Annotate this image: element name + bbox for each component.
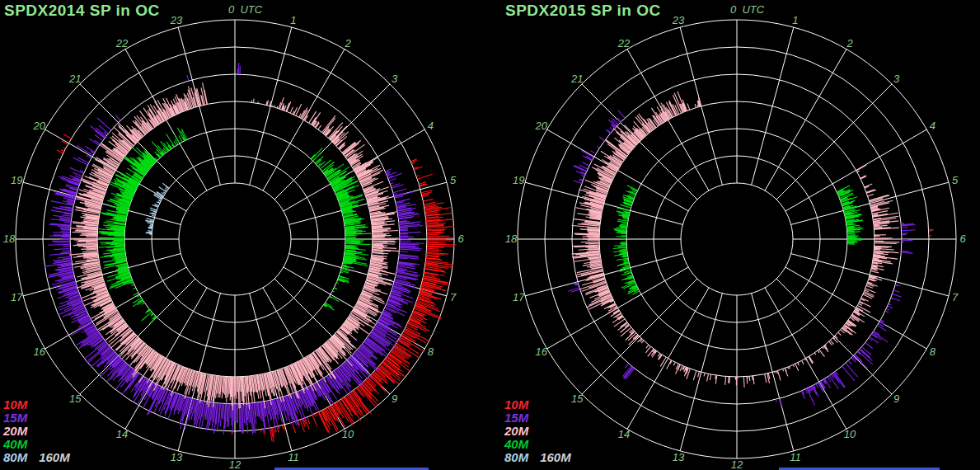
hour-label-11: 11 bbox=[288, 451, 299, 463]
hour-label-20: 20 bbox=[32, 120, 45, 132]
grid-ring bbox=[681, 183, 793, 295]
bands bbox=[568, 92, 934, 407]
legend-item-80m: 80M bbox=[504, 450, 528, 464]
legend-row: 20M bbox=[3, 425, 70, 438]
hour-labels: 0 UTC12345678910111213141516171819202122… bbox=[3, 3, 465, 470]
grid-hour-line bbox=[791, 182, 949, 224]
hour-label-13: 13 bbox=[171, 451, 183, 463]
hour-label-2: 2 bbox=[344, 37, 351, 49]
hour-label-3: 3 bbox=[893, 73, 900, 85]
screen: 0 UTC12345678910111213141516171819202122… bbox=[0, 0, 980, 470]
hour-label-22: 22 bbox=[115, 37, 129, 49]
hour-labels: 0 UTC12345678910111213141516171819202122… bbox=[505, 3, 967, 470]
hour-label-21: 21 bbox=[68, 73, 81, 85]
hour-label-4: 4 bbox=[930, 120, 935, 132]
hour-label-10: 10 bbox=[342, 428, 354, 440]
hour-label-1: 1 bbox=[792, 14, 798, 26]
hour-label-12: 12 bbox=[229, 458, 241, 470]
legend-row: 15M bbox=[3, 411, 70, 425]
legend-right: 10M15M20M40M80M160M bbox=[504, 398, 571, 464]
grid-hour-line bbox=[547, 129, 688, 211]
hour-label-22: 22 bbox=[617, 37, 631, 49]
hour-label-18: 18 bbox=[505, 233, 518, 245]
legend-row: 10M bbox=[504, 398, 571, 411]
legend-item-15m: 15M bbox=[3, 411, 27, 425]
legend-item-40m: 40M bbox=[3, 437, 27, 451]
hour-label-7: 7 bbox=[952, 291, 959, 303]
legend-row: 15M bbox=[504, 411, 571, 425]
grid-hour-line bbox=[765, 49, 846, 190]
hour-label-6: 6 bbox=[457, 233, 464, 245]
legend-item-80m: 80M bbox=[3, 450, 27, 464]
grid-hour-line bbox=[785, 129, 926, 211]
hour-label-19: 19 bbox=[11, 174, 22, 186]
hour-label-23: 23 bbox=[170, 14, 183, 26]
grid-hour-line bbox=[627, 288, 709, 429]
hour-label-10: 10 bbox=[844, 428, 856, 440]
hour-label-8: 8 bbox=[930, 345, 936, 358]
polar-chart-right: 0 UTC12345678910111213141516171819202122… bbox=[505, 3, 967, 470]
grid-hour-line bbox=[765, 288, 846, 429]
legend-item-40m: 40M bbox=[504, 437, 528, 451]
grid-hour-line bbox=[627, 49, 709, 190]
legend-item-10m: 10M bbox=[504, 397, 528, 411]
hour-label-13: 13 bbox=[673, 451, 685, 463]
bands bbox=[45, 63, 457, 442]
hour-label-16: 16 bbox=[535, 345, 547, 358]
legend-row: 40M bbox=[3, 438, 70, 451]
hour-label-16: 16 bbox=[33, 345, 45, 358]
chart-title-right: SPDX2015 SP in OC bbox=[505, 2, 661, 20]
hour-label-21: 21 bbox=[570, 73, 583, 85]
hour-label-9: 9 bbox=[893, 392, 899, 405]
hour-label-19: 19 bbox=[513, 174, 524, 186]
legend-row: 20M bbox=[504, 425, 571, 438]
band-40m-spikes bbox=[613, 186, 863, 295]
hour-label-1: 1 bbox=[290, 14, 296, 26]
legend-item-15m: 15M bbox=[504, 411, 528, 425]
hour-label-15: 15 bbox=[571, 392, 584, 405]
hour-label-5: 5 bbox=[450, 174, 457, 186]
hour-label-12: 12 bbox=[731, 458, 743, 470]
hour-label-7: 7 bbox=[450, 291, 457, 303]
grid-hour-line bbox=[680, 27, 722, 185]
legend-row: 10M bbox=[3, 398, 70, 411]
legend-item-160m: 160M bbox=[39, 450, 70, 464]
chart-title-left: SPDX2014 SP in OC bbox=[4, 2, 160, 20]
hour-label-20: 20 bbox=[534, 120, 547, 132]
hour-label-18: 18 bbox=[3, 233, 16, 245]
legend-item-20m: 20M bbox=[504, 424, 528, 438]
hour-label-3: 3 bbox=[392, 73, 398, 85]
hour-label-14: 14 bbox=[116, 428, 128, 440]
hour-label-0: 0 UTC bbox=[228, 3, 263, 16]
grid-hour-line bbox=[547, 267, 688, 349]
band-10m-spikes bbox=[929, 230, 934, 236]
hour-label-23: 23 bbox=[672, 14, 685, 26]
hour-label-11: 11 bbox=[790, 451, 801, 463]
grid-hour-line bbox=[752, 27, 794, 185]
hour-label-6: 6 bbox=[959, 233, 966, 245]
hour-label-9: 9 bbox=[392, 392, 397, 405]
legend-item-160m: 160M bbox=[540, 450, 571, 464]
grid-hour-line bbox=[776, 84, 892, 200]
legend-item-20m: 20M bbox=[3, 424, 27, 438]
grid-ring bbox=[179, 183, 291, 295]
grid-hour-line bbox=[785, 267, 926, 349]
hour-label-15: 15 bbox=[69, 392, 82, 405]
legend-row: 40M bbox=[504, 438, 571, 451]
legend-row: 80M160M bbox=[3, 451, 70, 464]
polar-chart-left: 0 UTC12345678910111213141516171819202122… bbox=[3, 3, 465, 470]
grid-hour-line bbox=[752, 294, 794, 451]
hour-label-17: 17 bbox=[11, 291, 23, 303]
hour-label-4: 4 bbox=[428, 120, 434, 132]
legend-row: 80M160M bbox=[504, 451, 571, 464]
hour-label-14: 14 bbox=[618, 428, 630, 440]
hour-label-8: 8 bbox=[428, 345, 434, 358]
hour-label-2: 2 bbox=[846, 37, 853, 49]
hour-label-17: 17 bbox=[513, 291, 525, 303]
hour-label-5: 5 bbox=[952, 174, 959, 186]
hour-label-0: 0 UTC bbox=[730, 3, 765, 16]
legend-left: 10M15M20M40M80M160M bbox=[3, 398, 70, 464]
polar-charts-canvas: 0 UTC12345678910111213141516171819202122… bbox=[0, 0, 980, 470]
legend-item-10m: 10M bbox=[3, 397, 27, 411]
